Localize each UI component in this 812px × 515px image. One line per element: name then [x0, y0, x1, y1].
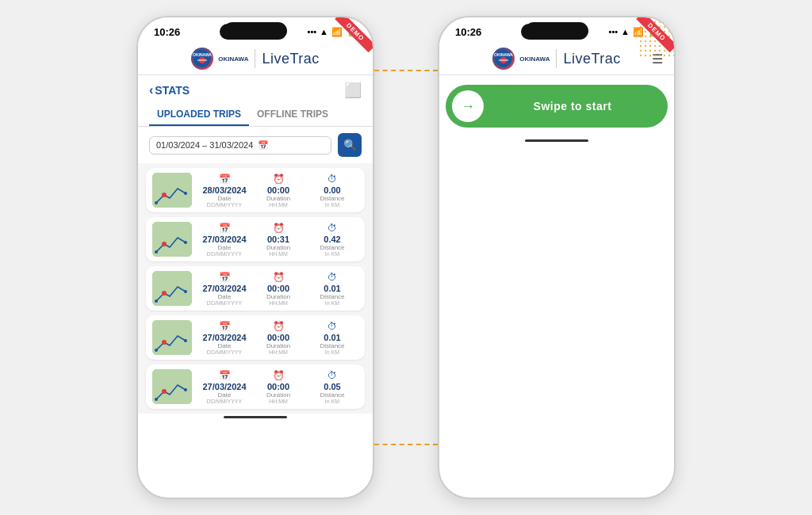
trip-card-4[interactable]: 📅 27/03/2024 Date DD/MM/YYYY ⏰ 00:00 Dur…: [146, 364, 365, 409]
trip-info-0: 📅 28/03/2024 Date DD/MM/YYYY ⏰ 00:00 Dur…: [198, 174, 358, 208]
date-value-4: 27/03/2024: [202, 382, 246, 391]
tabs-container: UPLOADED TRIPS OFFLINE TRIPS: [138, 102, 373, 127]
logo-icon-1: OKINAWA: [191, 48, 213, 70]
trip-card-2[interactable]: 📅 27/03/2024 Date DD/MM/YYYY ⏰ 00:00 Dur…: [146, 266, 365, 311]
trip-date-1: 📅 27/03/2024 Date DD/MM/YYYY: [198, 223, 251, 257]
date-label-1: Date: [218, 244, 232, 251]
distance-icon-0: ⏱: [327, 174, 337, 185]
trip-info-2: 📅 27/03/2024 Date DD/MM/YYYY ⏰ 00:00 Dur…: [198, 272, 358, 306]
back-button[interactable]: ‹ STATS: [149, 83, 190, 97]
trip-distance-3: ⏱ 0.01 Distance In KM: [306, 321, 358, 355]
dots-icon-2: •••: [609, 27, 619, 36]
trip-card-3[interactable]: 📅 27/03/2024 Date DD/MM/YYYY ⏰ 00:00 Dur…: [146, 315, 365, 360]
svg-point-14: [155, 299, 158, 303]
distance-sub-3: In KM: [325, 349, 339, 355]
trip-duration-1: ⏰ 00:31 Duration HH:MM: [252, 223, 304, 257]
distance-value-0: 0.00: [324, 185, 340, 195]
svg-text:OKINAWA: OKINAWA: [193, 52, 212, 57]
duration-icon-2: ⏰: [273, 272, 285, 283]
date-icon-2: 📅: [219, 272, 231, 283]
svg-point-19: [184, 339, 187, 342]
duration-sub-0: HH:MM: [269, 202, 288, 208]
app-name-2: LiveTrac: [563, 51, 620, 67]
date-value-1: 27/03/2024: [202, 235, 246, 244]
date-value-0: 28/03/2024: [202, 185, 246, 195]
duration-label-2: Duration: [266, 293, 290, 300]
swipe-bar[interactable]: → Swipe to start: [446, 85, 668, 128]
trip-distance-2: ⏱ 0.01 Distance In KM: [306, 272, 358, 306]
duration-value-2: 00:00: [267, 284, 289, 293]
search-button[interactable]: 🔍: [338, 133, 362, 157]
trip-card-1[interactable]: 📅 27/03/2024 Date DD/MM/YYYY ⏰ 00:31 Dur…: [146, 217, 365, 261]
trip-distance-4: ⏱ 0.05 Distance In KM: [306, 370, 358, 404]
trip-card-0[interactable]: 📅 28/03/2024 Date DD/MM/YYYY ⏰ 00:00 Dur…: [146, 168, 365, 212]
distance-sub-0: In KM: [325, 202, 339, 208]
tab-offline-trips[interactable]: OFFLINE TRIPS: [249, 102, 336, 126]
home-indicator-1: [224, 416, 287, 418]
svg-rect-16: [152, 320, 192, 355]
search-icon: 🔍: [343, 139, 357, 151]
distance-label-0: Distance: [320, 195, 344, 202]
date-label-2: Date: [218, 293, 232, 300]
date-icon-0: 📅: [219, 174, 231, 185]
distance-value-3: 0.01: [324, 333, 340, 342]
trip-duration-3: ⏰ 00:00 Duration HH:MM: [252, 321, 304, 355]
app-name-1: LiveTrac: [262, 51, 319, 67]
duration-sub-3: HH:MM: [269, 349, 288, 355]
svg-point-21: [162, 389, 167, 394]
connector-top: [374, 70, 438, 71]
svg-point-6: [155, 201, 158, 204]
back-arrow-icon: ‹: [149, 83, 153, 97]
duration-label-4: Duration: [266, 391, 290, 399]
signal-icon-1: 📶: [331, 27, 343, 37]
svg-rect-8: [152, 222, 192, 257]
svg-point-17: [162, 340, 167, 345]
logo-icon-2: OKINAWA: [492, 48, 515, 70]
duration-icon-1: ⏰: [273, 223, 285, 234]
duration-label-1: Duration: [266, 244, 290, 251]
date-label-4: Date: [218, 391, 232, 399]
svg-rect-20: [152, 369, 192, 404]
okinawa-label-2: OKINAWA: [519, 55, 550, 63]
notch-1: [224, 22, 287, 40]
duration-label-3: Duration: [266, 342, 290, 349]
header-divider-1: [255, 49, 255, 68]
trip-info-4: 📅 27/03/2024 Date DD/MM/YYYY ⏰ 00:00 Dur…: [198, 370, 358, 404]
svg-point-7: [184, 192, 187, 195]
swipe-arrow-icon: →: [461, 98, 475, 115]
svg-point-10: [155, 250, 158, 254]
svg-point-5: [162, 193, 167, 197]
home-indicator-2: [525, 139, 588, 142]
trip-list: 📅 28/03/2024 Date DD/MM/YYYY ⏰ 00:00 Dur…: [138, 163, 373, 414]
date-range-button[interactable]: 01/03/2024 – 31/03/2024 📅: [149, 136, 331, 154]
date-icon-3: 📅: [219, 321, 231, 332]
date-sub-0: DD/MM/YYYY: [207, 202, 242, 208]
back-label: STATS: [155, 84, 190, 97]
date-filter-bar: 01/03/2024 – 31/03/2024 📅 🔍: [138, 127, 373, 163]
distance-sub-2: In KM: [325, 300, 339, 306]
tab-uploaded-trips[interactable]: UPLOADED TRIPS: [149, 102, 249, 126]
distance-label-3: Distance: [320, 342, 344, 349]
duration-sub-1: HH:MM: [269, 251, 288, 257]
trip-map-4: [152, 369, 192, 404]
distance-value-2: 0.01: [324, 284, 340, 293]
date-label-3: Date: [218, 342, 232, 349]
svg-point-18: [155, 349, 158, 352]
distance-icon-1: ⏱: [327, 223, 337, 234]
duration-icon-4: ⏰: [273, 370, 285, 381]
date-icon-4: 📅: [219, 370, 231, 381]
logo-area-1: OKINAWA OKINAWA: [191, 48, 248, 70]
trip-distance-1: ⏱ 0.42 Distance In KM: [306, 223, 358, 257]
calendar-header-icon[interactable]: ⬜: [344, 82, 362, 99]
date-sub-3: DD/MM/YYYY: [207, 349, 242, 355]
distance-sub-1: In KM: [325, 251, 339, 257]
svg-point-23: [184, 388, 187, 391]
date-value-3: 27/03/2024: [202, 333, 246, 342]
duration-icon-0: ⏰: [273, 174, 285, 185]
svg-text:OKINAWA: OKINAWA: [494, 52, 513, 57]
duration-value-3: 00:00: [267, 333, 289, 342]
duration-value-1: 00:31: [267, 235, 289, 244]
duration-sub-2: HH:MM: [269, 300, 288, 306]
date-range-text: 01/03/2024 – 31/03/2024: [156, 140, 253, 150]
svg-point-9: [162, 242, 167, 246]
